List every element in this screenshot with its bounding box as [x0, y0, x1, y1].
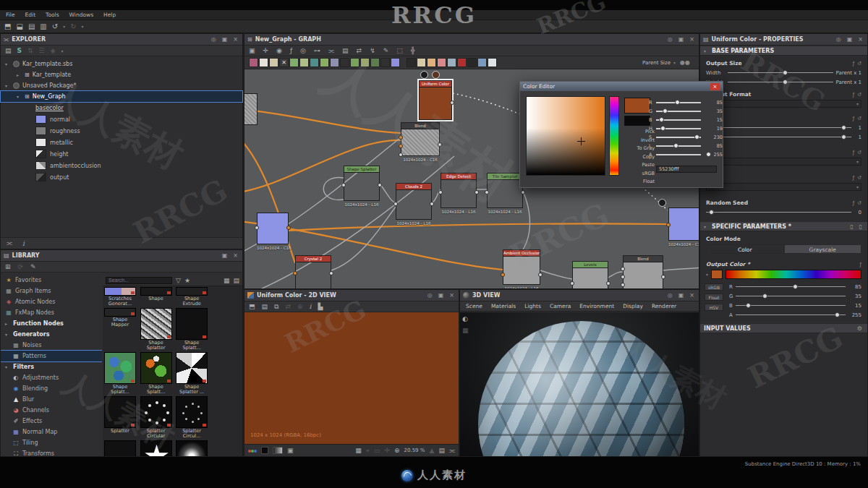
reset-icon[interactable]: ↺ [857, 150, 861, 155]
node-shortcut-icon[interactable] [350, 58, 359, 67]
tiling-icon[interactable]: ⫘ [449, 447, 455, 455]
r-slider[interactable] [736, 284, 846, 290]
rescale-icon[interactable]: ⌖ [366, 447, 370, 455]
pin-icon[interactable]: ◎ [666, 36, 674, 43]
function-icon[interactable]: ƒ [853, 92, 854, 98]
collapse-arrow-icon[interactable]: ▸ [5, 321, 10, 326]
node-shortcut-icon[interactable] [427, 58, 436, 67]
snapshot-icon[interactable]: ◉ [276, 47, 282, 54]
graph-node-ambient-occlusion[interactable]: Ambient Occlusion 1024x1024 - L16 [503, 249, 540, 288]
node-shortcut-icon[interactable] [370, 58, 380, 67]
filter-icon[interactable]: ▽ [176, 277, 181, 284]
float-icon[interactable]: ▣ [437, 292, 446, 299]
move-icon[interactable]: ✛ [384, 447, 390, 454]
close-icon[interactable]: × [688, 36, 696, 43]
save-icon[interactable]: ▤ [28, 23, 35, 30]
input-port[interactable] [255, 226, 259, 230]
node-shortcut-icon[interactable] [330, 58, 339, 67]
save-image-icon[interactable]: ▤ [262, 303, 268, 310]
output-ambientocclusion[interactable]: ambientocclusion [1, 160, 242, 171]
close-icon[interactable]: × [856, 36, 864, 43]
env-icon[interactable]: ▦ [462, 327, 469, 334]
library-item-normal-map[interactable]: ▦Normal Map [1, 427, 102, 437]
collapse-arrow-icon[interactable]: ▾ [704, 224, 709, 229]
parent-size-dropdown[interactable]: Parent Size [642, 60, 671, 66]
library-asset[interactable]: Shape Extrude [175, 287, 208, 307]
hue-gradient-bar[interactable] [726, 270, 861, 279]
tree-item-package[interactable]: ▾ Kar_template.sbs [1, 59, 242, 69]
output-preview-icon[interactable] [420, 71, 428, 79]
new-folder-icon[interactable]: ⊞ [5, 263, 11, 270]
tree-item-graph[interactable]: ▸ ⊞ Kar_template [1, 69, 242, 80]
library-item-tiling[interactable]: ⬚Tiling [1, 437, 102, 448]
node-shortcut-icon[interactable] [407, 58, 416, 67]
reset-icon[interactable]: ↺ [857, 175, 861, 181]
graph-node-clouds[interactable]: Clouds 2 1024x1024 - L16 [396, 183, 432, 226]
function-icon[interactable]: ƒ [853, 175, 854, 181]
function-icon[interactable]: ƒ [860, 262, 861, 267]
collapse-arrow-icon[interactable]: ▾ [5, 83, 10, 88]
library-item-patterns-selected[interactable]: ▦Patterns [1, 351, 102, 361]
library-item-noises[interactable]: ▦Noises [1, 340, 102, 351]
resources-icon[interactable]: ▤ [342, 47, 349, 54]
channels-icon[interactable] [248, 448, 257, 454]
library-asset[interactable]: Starburst [175, 440, 208, 456]
checker-icon[interactable]: ▣ [287, 447, 294, 454]
input-port[interactable] [621, 267, 625, 271]
menu-display[interactable]: Display [623, 303, 643, 309]
library-item-generators[interactable]: ▾Generators [1, 329, 102, 340]
node-shortcut-icon[interactable] [360, 58, 370, 67]
library-item-channels[interactable]: ◕Channels [1, 405, 102, 416]
input-port[interactable] [399, 153, 403, 157]
node-shortcut-icon[interactable] [488, 58, 497, 67]
collapse-arrow-icon[interactable]: ▾ [5, 61, 10, 67]
node-shortcut-icon[interactable] [447, 58, 456, 67]
refresh-icon[interactable]: ⟳ [18, 263, 24, 270]
swap-icon[interactable]: ⇄ [357, 47, 362, 54]
save-all-icon[interactable]: ▥ [40, 23, 46, 30]
menu-environment[interactable]: Environment [579, 303, 614, 309]
library-item-transforms[interactable]: ⛶Transforms [1, 448, 102, 456]
info-icon[interactable]: i [310, 303, 312, 310]
color-mode-color-button[interactable]: Color [706, 244, 784, 254]
menu-camera[interactable]: Camera [550, 303, 571, 309]
graph-node-crystal[interactable]: Crystal 2 1024x1024 - L16 [295, 255, 331, 288]
srgb-button[interactable]: sRGB [621, 170, 655, 179]
menu-help[interactable]: Help [103, 12, 116, 18]
input-port[interactable] [399, 144, 403, 148]
output-port[interactable] [450, 100, 454, 105]
base-parameters-header[interactable]: ▾ BASE PARAMETERS [700, 46, 867, 56]
menu-edit[interactable]: Edit [25, 12, 36, 18]
g-slider[interactable]: G35 [656, 108, 718, 115]
hex-input[interactable]: 55230fff [656, 166, 717, 173]
undo-chevron-icon[interactable]: ▾ [63, 24, 65, 29]
a-slider[interactable] [736, 312, 846, 318]
float-icon[interactable]: ▣ [221, 36, 229, 43]
a-slider[interactable]: A255 [656, 151, 718, 158]
library-asset[interactable]: Splatter Circular [140, 396, 173, 440]
mip-icon[interactable]: ▤ [438, 447, 445, 454]
zoom-icon[interactable]: ◎ [300, 47, 306, 54]
current-color-swatch[interactable] [711, 270, 723, 279]
input-port[interactable] [393, 202, 398, 206]
library-asset[interactable]: Splatter Color [103, 440, 137, 456]
undo-icon[interactable]: ↺ [52, 23, 58, 30]
close-icon[interactable]: × [688, 292, 696, 299]
node-shortcut-icon[interactable] [437, 58, 446, 67]
graph-node-levels[interactable]: Levels [572, 261, 608, 288]
filter-chevron-icon[interactable]: ▾ [61, 48, 64, 53]
menu-file[interactable]: File [6, 12, 15, 18]
output-preview-icon[interactable] [658, 199, 666, 207]
graph-node-normal-left[interactable]: 1024x1024 - C16 [257, 213, 289, 250]
input-port[interactable] [485, 190, 489, 194]
close-icon[interactable]: × [710, 83, 720, 90]
output-height[interactable]: height [1, 148, 242, 160]
node-shortcut-icon[interactable] [249, 58, 258, 67]
graph-node[interactable] [244, 93, 258, 125]
color-mode-grayscale-button[interactable]: Grayscale [784, 244, 862, 254]
menu-windows[interactable]: Windows [69, 12, 93, 18]
graph-view-icon[interactable]: ⫘ [7, 239, 12, 247]
link-mode-icon[interactable]: ⊶ [314, 47, 320, 54]
h-slider[interactable]: H19 [656, 125, 718, 132]
library-asset[interactable]: Shape Splatt... [103, 352, 137, 395]
